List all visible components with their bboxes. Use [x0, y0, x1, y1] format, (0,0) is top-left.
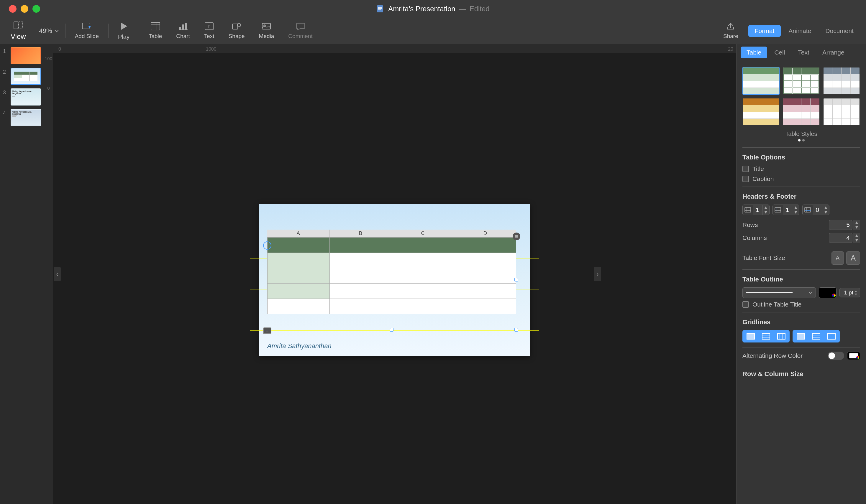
text-button[interactable]: T Text: [197, 20, 222, 42]
footer-rows-stepper[interactable]: 0 ▲ ▼: [802, 205, 830, 215]
slide-thumb-4[interactable]: 4 Using Keynote as a beginner: [3, 109, 41, 126]
gridlines-vertical-button[interactable]: [774, 331, 788, 341]
prev-slide-button[interactable]: ‹: [54, 267, 61, 281]
styles-dot-1[interactable]: [798, 139, 800, 141]
columns-up[interactable]: ▲: [853, 233, 860, 238]
next-slide-button[interactable]: ›: [594, 267, 601, 281]
gridlines-horizontal-button[interactable]: [759, 331, 773, 341]
outline-pt-input[interactable]: 1 pt ▲ ▼: [840, 288, 860, 297]
rows-up[interactable]: ▲: [853, 220, 860, 225]
table-cell-44[interactable]: [454, 284, 516, 299]
comment-button[interactable]: Comment: [281, 20, 320, 42]
table-eq-handle[interactable]: =: [263, 328, 271, 334]
media-button[interactable]: Media: [252, 20, 281, 42]
tab-cell[interactable]: Cell: [768, 47, 791, 58]
view-button[interactable]: View: [6, 20, 31, 42]
shape-button[interactable]: Shape: [222, 20, 252, 42]
styles-dot-2[interactable]: [802, 139, 804, 141]
resize-handle-bottom-right[interactable]: [514, 328, 518, 332]
alternating-row-color-swatch[interactable]: [847, 352, 860, 360]
table-cell-53[interactable]: [392, 299, 454, 314]
gridlines-all-button[interactable]: [744, 331, 758, 341]
outline-line-select[interactable]: [742, 287, 816, 298]
table-cell-51[interactable]: [267, 299, 330, 314]
table-cell-33[interactable]: [392, 268, 454, 284]
gridlines-title: Gridlines: [742, 318, 860, 326]
table-cell-31[interactable]: [267, 268, 330, 284]
slide-thumb-1[interactable]: 1: [3, 47, 41, 64]
gridlines-row-col-button[interactable]: [794, 331, 808, 341]
table-data[interactable]: [267, 237, 516, 314]
columns-input[interactable]: 4: [829, 233, 853, 243]
table-style-1[interactable]: [742, 67, 780, 95]
table-cell-43[interactable]: [392, 284, 454, 299]
table-cell-h1[interactable]: [267, 238, 330, 253]
header-cols-up[interactable]: ▲: [792, 205, 799, 210]
table-cell-h3[interactable]: [392, 238, 454, 253]
document-mode-tab[interactable]: Document: [819, 25, 860, 37]
table-cell-24[interactable]: [454, 253, 516, 268]
table-button[interactable]: Table: [142, 20, 169, 42]
header-rows-stepper[interactable]: 1 ▲ ▼: [742, 205, 769, 215]
minimize-button[interactable]: [21, 5, 28, 13]
slide-canvas: A B C D: [259, 204, 530, 356]
header-cols-stepper[interactable]: 1 ▲ ▼: [773, 205, 800, 215]
header-rows-down[interactable]: ▼: [762, 210, 769, 215]
table-cell-42[interactable]: [330, 284, 392, 299]
zoom-button[interactable]: 49%: [36, 25, 63, 36]
title-checkbox[interactable]: [742, 165, 749, 172]
header-cols-down[interactable]: ▼: [792, 210, 799, 215]
table-cell-23[interactable]: [392, 253, 454, 268]
tab-table[interactable]: Table: [741, 47, 767, 58]
resize-handle-bottom-center[interactable]: [390, 328, 393, 332]
table-style-3[interactable]: [823, 67, 860, 95]
table-cell-54[interactable]: [454, 299, 516, 314]
play-button[interactable]: Play: [111, 19, 136, 43]
slide-thumb-2[interactable]: 2: [3, 68, 41, 85]
outline-pt-up[interactable]: ▲: [855, 289, 857, 293]
chart-button[interactable]: Chart: [169, 20, 197, 42]
table-style-6[interactable]: [823, 98, 860, 126]
table-cell-52[interactable]: [330, 299, 392, 314]
table-cell-h4[interactable]: [454, 238, 516, 253]
rows-down[interactable]: ▼: [853, 225, 860, 230]
outline-color-swatch[interactable]: [819, 287, 836, 298]
table-cell-21[interactable]: [267, 253, 330, 268]
outline-table-title-checkbox[interactable]: [742, 301, 749, 308]
table-menu-handle[interactable]: [513, 232, 520, 240]
table-cell-32[interactable]: [330, 268, 392, 284]
table-cell-41[interactable]: [267, 284, 330, 299]
caption-checkbox[interactable]: [742, 176, 749, 182]
alternating-row-color-toggle[interactable]: [828, 352, 844, 360]
format-mode-tab[interactable]: Format: [748, 25, 781, 37]
table-cell-34[interactable]: [454, 268, 516, 284]
table-cell-22[interactable]: [330, 253, 392, 268]
table-style-5[interactable]: [782, 98, 820, 126]
ruler-mark-0: 0: [58, 47, 61, 52]
table-container[interactable]: A B C D: [267, 230, 516, 330]
footer-rows-up[interactable]: ▲: [822, 205, 829, 210]
columns-down[interactable]: ▼: [853, 238, 860, 243]
gridlines-row-button[interactable]: [809, 331, 823, 341]
tab-text[interactable]: Text: [792, 47, 815, 58]
table-circle-handle[interactable]: [263, 241, 271, 250]
font-size-decrease-button[interactable]: A: [832, 251, 844, 265]
rows-input[interactable]: 5: [829, 220, 853, 230]
slide-thumb-3[interactable]: 3 Using Keynote as a beginner ___: [3, 89, 41, 105]
footer-rows-down[interactable]: ▼: [822, 210, 829, 215]
table-cell-h2[interactable]: [330, 238, 392, 253]
resize-handle-middle-right[interactable]: [514, 278, 518, 282]
tab-arrange[interactable]: Arrange: [817, 47, 851, 58]
close-button[interactable]: [9, 5, 16, 13]
gridlines-col-button[interactable]: [824, 331, 839, 341]
table-row-4: [267, 284, 516, 299]
share-button[interactable]: Share: [716, 20, 745, 42]
table-style-4[interactable]: [742, 98, 780, 126]
font-size-increase-button[interactable]: A: [846, 251, 860, 265]
header-rows-up[interactable]: ▲: [762, 205, 769, 210]
outline-pt-down[interactable]: ▼: [855, 293, 857, 296]
maximize-button[interactable]: [32, 5, 40, 13]
add-slide-button[interactable]: Add Slide: [68, 20, 106, 42]
table-style-2[interactable]: [782, 67, 820, 95]
animate-mode-tab[interactable]: Animate: [782, 25, 818, 37]
